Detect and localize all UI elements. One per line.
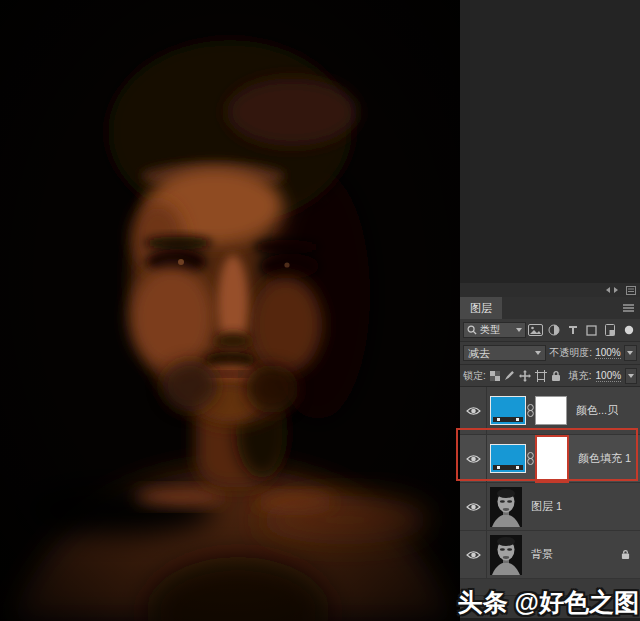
filter-type-layers-icon[interactable] bbox=[565, 322, 582, 338]
filter-pixel-layers-icon[interactable] bbox=[528, 322, 545, 338]
layer-name[interactable]: 图层 1 bbox=[531, 499, 562, 514]
filter-toggle-icon[interactable] bbox=[620, 322, 637, 338]
lock-transparency-icon[interactable] bbox=[490, 371, 500, 381]
fill-dropdown-icon[interactable] bbox=[625, 368, 637, 384]
visibility-toggle[interactable] bbox=[460, 483, 487, 530]
dock-menu-icon[interactable] bbox=[626, 286, 636, 295]
blend-mode-row: 减去 不透明度: 100% bbox=[460, 342, 640, 365]
chevron-down-icon bbox=[516, 328, 522, 332]
lock-row: 锁定: 填充: 100% bbox=[460, 365, 640, 387]
layer-name[interactable]: 背景 bbox=[531, 547, 553, 562]
visibility-toggle[interactable] bbox=[460, 531, 487, 578]
mask-link-icon[interactable] bbox=[527, 452, 534, 465]
lock-pixels-icon[interactable] bbox=[504, 370, 515, 381]
layer-row-layer-1[interactable]: 图层 1 bbox=[460, 483, 640, 531]
filter-shape-layers-icon[interactable] bbox=[583, 322, 600, 338]
blend-mode-value: 减去 bbox=[468, 346, 490, 361]
layer-filter-row: 类型 bbox=[460, 319, 640, 342]
eye-icon bbox=[466, 454, 481, 464]
search-icon bbox=[467, 325, 477, 335]
portrait-photo bbox=[0, 0, 460, 621]
tab-layers-label: 图层 bbox=[470, 301, 492, 316]
layer-mask-thumbnail-selected[interactable] bbox=[535, 435, 569, 483]
eye-icon bbox=[466, 406, 481, 416]
eye-icon bbox=[466, 550, 481, 560]
filter-smart-objects-icon[interactable] bbox=[602, 322, 619, 338]
layers-list: 颜色...贝 颜色填充 1 bbox=[460, 387, 640, 579]
layer-row-background[interactable]: 背景 bbox=[460, 531, 640, 579]
opacity-label: 不透明度: bbox=[549, 346, 592, 360]
panel-menu-icon[interactable] bbox=[622, 303, 635, 313]
panel-bottom-bar bbox=[460, 595, 640, 618]
filter-type-label: 类型 bbox=[480, 323, 513, 337]
layer-thumbnail[interactable] bbox=[490, 535, 522, 575]
fill-label: 填充: bbox=[569, 369, 592, 383]
layer-thumbnail[interactable] bbox=[490, 487, 522, 527]
lock-position-icon[interactable] bbox=[519, 370, 531, 382]
panel-group-header bbox=[460, 283, 640, 297]
color-fill-thumbnail[interactable] bbox=[490, 396, 526, 425]
lock-artboard-icon[interactable] bbox=[535, 370, 547, 382]
filter-type-dropdown[interactable]: 类型 bbox=[463, 322, 526, 338]
chevron-down-icon bbox=[535, 351, 541, 355]
layer-mask-thumbnail[interactable] bbox=[535, 396, 567, 425]
layer-name[interactable]: 颜色...贝 bbox=[576, 403, 618, 418]
layer-row-color-fill-1[interactable]: 颜色填充 1 bbox=[460, 435, 640, 483]
layer-row-color-copy[interactable]: 颜色...贝 bbox=[460, 387, 640, 435]
lock-label: 锁定: bbox=[463, 369, 486, 383]
fill-value[interactable]: 100% bbox=[596, 370, 622, 382]
opacity-value[interactable]: 100% bbox=[595, 347, 621, 359]
mask-link-icon[interactable] bbox=[527, 404, 534, 417]
document-canvas[interactable] bbox=[0, 0, 460, 621]
panel-tab-bar: 图层 bbox=[460, 297, 640, 319]
filter-adjustment-layers-icon[interactable] bbox=[546, 322, 563, 338]
color-fill-thumbnail[interactable] bbox=[490, 444, 526, 473]
photoshop-screenshot: 图层 类型 bbox=[0, 0, 640, 621]
link-layers-icon[interactable] bbox=[490, 603, 506, 611]
blend-mode-dropdown[interactable]: 减去 bbox=[463, 345, 546, 361]
opacity-dropdown-icon[interactable] bbox=[624, 345, 637, 361]
layers-empty-area bbox=[460, 579, 640, 595]
collapse-panel-icon[interactable] bbox=[604, 286, 620, 294]
visibility-toggle[interactable] bbox=[460, 435, 487, 482]
background-lock-icon bbox=[621, 549, 630, 560]
lock-all-icon[interactable] bbox=[551, 370, 561, 382]
eye-icon bbox=[466, 502, 481, 512]
tab-layers[interactable]: 图层 bbox=[460, 297, 502, 319]
layers-panel: 图层 类型 bbox=[460, 283, 640, 621]
layer-name[interactable]: 颜色填充 1 bbox=[578, 451, 631, 466]
visibility-toggle[interactable] bbox=[460, 387, 487, 434]
